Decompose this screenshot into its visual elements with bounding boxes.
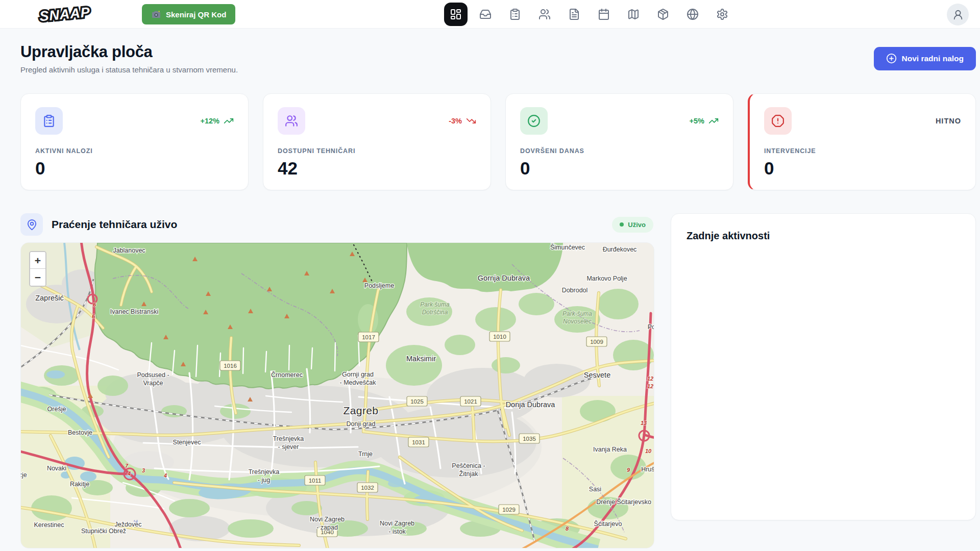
map-zoom-control: + − xyxy=(29,251,46,287)
svg-text:Stenjevec: Stenjevec xyxy=(173,439,201,446)
nav-map-button[interactable] xyxy=(622,3,645,26)
zoom-out-button[interactable]: − xyxy=(30,269,45,286)
user-avatar[interactable] xyxy=(947,4,969,26)
svg-text:1016: 1016 xyxy=(224,363,237,369)
nav-web-button[interactable] xyxy=(681,3,704,26)
svg-text:Novaki: Novaki xyxy=(47,465,66,472)
svg-text:Bestovje: Bestovje xyxy=(68,429,92,436)
svg-text:Črnomerec: Črnomerec xyxy=(271,371,303,379)
svg-text:Brezje: Brezje xyxy=(21,471,27,479)
svg-text:Šćitarjevo: Šćitarjevo xyxy=(594,520,622,528)
map-canvas[interactable]: + − xyxy=(20,242,654,548)
stat-value: 0 xyxy=(520,158,719,179)
live-tracking-section: Praćenje tehničara uživo Uživo + − xyxy=(20,213,654,548)
nav-technicians-button[interactable] xyxy=(533,3,556,26)
svg-text:Donji grad: Donji grad xyxy=(347,420,376,428)
settings-icon xyxy=(716,8,728,20)
svg-text:Drenje Šćitarjevsko: Drenje Šćitarjevsko xyxy=(596,498,651,506)
zoom-in-button[interactable]: + xyxy=(30,252,45,269)
recent-activity-title: Zadnje aktivnosti xyxy=(687,230,960,242)
svg-text:1017: 1017 xyxy=(362,334,375,340)
circle-plus-icon xyxy=(886,53,897,64)
clipboard-list-icon xyxy=(509,8,521,20)
svg-text:4: 4 xyxy=(163,472,167,479)
top-navbar: SNAAP Skeniraj QR Kod xyxy=(0,0,980,29)
page-header: Upravljačka ploča Pregled aktivnih uslug… xyxy=(20,43,976,74)
svg-text:1029: 1029 xyxy=(502,507,516,513)
circle-check-icon xyxy=(520,107,548,135)
stat-value: 0 xyxy=(35,158,234,179)
stat-value: 0 xyxy=(764,158,961,179)
page-title: Upravljačka ploča xyxy=(20,43,238,61)
nav-inbox-button[interactable] xyxy=(474,3,497,26)
svg-text:Sesvete: Sesvete xyxy=(584,371,610,379)
urgent-badge: HITNO xyxy=(936,117,961,125)
svg-text:Dobrodol: Dobrodol xyxy=(562,287,588,294)
trend-value: HITNO xyxy=(936,117,961,125)
package-icon xyxy=(657,8,669,20)
new-work-order-label: Novi radni nalog xyxy=(902,54,964,63)
nav-documents-button[interactable] xyxy=(562,3,586,26)
svg-text:Sasi: Sasi xyxy=(589,486,601,493)
nav-calendar-button[interactable] xyxy=(592,3,616,26)
page-subtitle: Pregled aktivnih usluga i statusa tehnič… xyxy=(20,65,238,74)
stat-label: AKTIVNI NALOZI xyxy=(35,147,234,155)
nav-settings-button[interactable] xyxy=(710,3,734,26)
svg-text:Donja Dubrava: Donja Dubrava xyxy=(506,400,556,409)
svg-text:1009: 1009 xyxy=(590,339,603,345)
svg-text:Hrušćić: Hrušćić xyxy=(641,466,654,473)
clipboard-list-icon xyxy=(35,107,63,135)
svg-text:Zagreb: Zagreb xyxy=(344,405,379,416)
stat-label: DOVRŠENI DANAS xyxy=(520,147,719,155)
trend-badge: +12% xyxy=(201,116,234,126)
svg-text:Šimunčevec: Šimunčevec xyxy=(550,243,585,251)
stat-label: DOSTUPNI TEHNIČARI xyxy=(278,147,476,155)
svg-text:Gornja Dubrava: Gornja Dubrava xyxy=(478,274,530,282)
nav-inventory-button[interactable] xyxy=(651,3,675,26)
svg-text:1025: 1025 xyxy=(410,398,424,405)
openstreetmap-zagreb[interactable]: 1016101710101009102510211031103510111032… xyxy=(21,243,654,548)
svg-text:6: 6 xyxy=(92,313,95,319)
svg-text:Ivanja Reka: Ivanja Reka xyxy=(593,446,627,453)
svg-text:Markovo Polje: Markovo Polje xyxy=(586,275,627,282)
nav-dashboard-button[interactable] xyxy=(444,3,468,26)
brand-logo[interactable]: SNAAP xyxy=(32,3,98,28)
svg-text:Jablanovec: Jablanovec xyxy=(113,247,145,254)
svg-text:12: 12 xyxy=(647,375,653,382)
svg-text:Stupnički Obrež: Stupnički Obrež xyxy=(81,528,126,535)
new-work-order-button[interactable]: Novi radni nalog xyxy=(874,47,976,70)
svg-text:1011: 1011 xyxy=(309,478,322,484)
trending-up-icon xyxy=(224,116,234,126)
svg-text:Zaprešić: Zaprešić xyxy=(35,294,64,302)
file-text-icon xyxy=(568,8,580,20)
recent-activity-panel: Zadnje aktivnosti xyxy=(671,213,976,520)
dashboard-page: Upravljačka ploča Pregled aktivnih uslug… xyxy=(0,29,980,548)
svg-text:1032: 1032 xyxy=(361,485,374,491)
map-pin-icon xyxy=(20,213,43,236)
user-icon xyxy=(952,9,964,20)
live-tracking-title: Praćenje tehničara uživo xyxy=(52,218,612,231)
trending-up-icon xyxy=(708,116,719,126)
svg-text:1010: 1010 xyxy=(493,334,506,340)
svg-text:8: 8 xyxy=(566,525,569,532)
nav-work-orders-button[interactable] xyxy=(503,3,527,26)
trend-badge: +5% xyxy=(690,116,719,126)
scan-qr-label: Skeniraj QR Kod xyxy=(166,10,226,19)
stats-row: +12% AKTIVNI NALOZI 0 -3% DOSTUPNI TEHNI… xyxy=(20,93,976,190)
svg-text:1021: 1021 xyxy=(464,398,477,405)
scan-qr-button[interactable]: Skeniraj QR Kod xyxy=(142,4,235,24)
stat-card-completed-today: +5% DOVRŠENI DANAS 0 xyxy=(505,93,733,190)
users-icon xyxy=(278,107,305,135)
svg-text:Popovec: Popovec xyxy=(648,323,654,331)
octagon-alert-icon xyxy=(764,107,792,135)
svg-text:Trnje: Trnje xyxy=(358,450,373,458)
camera-icon xyxy=(151,9,161,19)
live-status-badge: Uživo xyxy=(612,217,653,233)
svg-text:Ivanec Bistranski: Ivanec Bistranski xyxy=(110,308,158,315)
svg-text:13: 13 xyxy=(641,420,647,426)
svg-text:3: 3 xyxy=(142,467,145,473)
dashboard-icon xyxy=(450,8,462,20)
live-label: Uživo xyxy=(628,221,646,229)
inbox-icon xyxy=(479,8,492,20)
svg-text:1035: 1035 xyxy=(523,436,536,442)
